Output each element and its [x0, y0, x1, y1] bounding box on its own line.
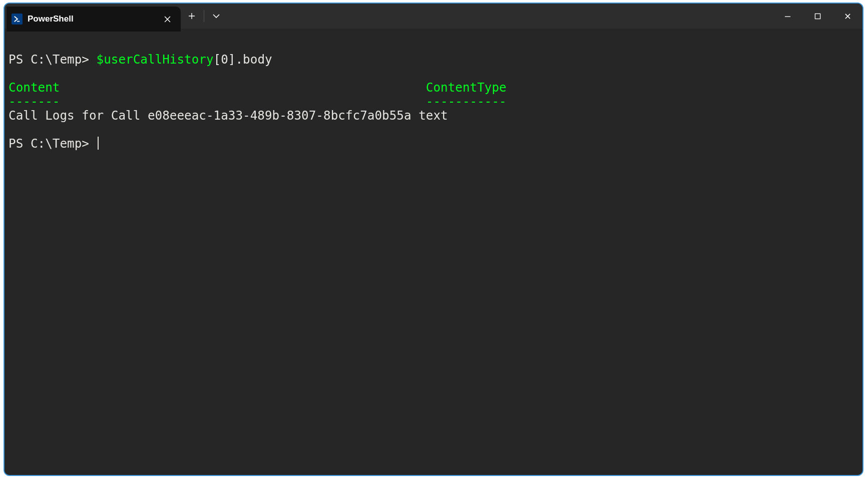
new-tab-button[interactable]: [181, 4, 203, 29]
tab-close-button[interactable]: [160, 12, 175, 27]
maximize-icon: [814, 13, 821, 20]
col-underline-contenttype: -----------: [426, 94, 507, 109]
cell-content: Call Logs for Call e08eeeac-1a33-489b-83…: [9, 108, 411, 123]
table-underline-row: ------- -----------: [9, 94, 507, 109]
tab-menu-button[interactable]: [205, 4, 227, 29]
close-icon: [844, 13, 851, 20]
prompt-prefix: PS C:\Temp>: [9, 52, 97, 67]
svg-rect-2: [815, 14, 820, 19]
cell-contenttype: text: [418, 108, 448, 123]
ps-index-accessor: [0].body: [214, 52, 272, 67]
minimize-button[interactable]: [772, 4, 802, 29]
tab-title: PowerShell: [28, 14, 160, 24]
table-row: Call Logs for Call e08eeeac-1a33-489b-83…: [9, 108, 448, 123]
tab-powershell[interactable]: PowerShell: [7, 7, 181, 32]
powershell-icon: [12, 14, 23, 25]
minimize-icon: [784, 13, 791, 20]
chevron-down-icon: [213, 14, 220, 19]
table-header-row: Content ContentType: [9, 80, 507, 95]
line-command: PS C:\Temp> $userCallHistory[0].body: [9, 52, 272, 67]
maximize-button[interactable]: [802, 4, 832, 29]
window-controls: [772, 4, 862, 29]
text-cursor: [98, 137, 99, 150]
svg-rect-0: [17, 21, 20, 22]
col-header-contenttype: ContentType: [426, 80, 507, 95]
col-underline-content: -------: [9, 94, 60, 109]
titlebar[interactable]: PowerShell: [5, 4, 862, 29]
plus-icon: [188, 13, 195, 20]
prompt-prefix: PS C:\Temp>: [9, 136, 97, 151]
close-icon: [164, 16, 171, 23]
svg-rect-1: [784, 16, 790, 17]
close-window-button[interactable]: [832, 4, 862, 29]
ps-variable: $userCallHistory: [97, 52, 214, 67]
terminal-window: PowerShell PS C:\Temp> $userCallHistory[…: [4, 3, 863, 476]
line-prompt: PS C:\Temp>: [9, 136, 99, 151]
col-header-content: Content: [9, 80, 60, 95]
terminal-body[interactable]: PS C:\Temp> $userCallHistory[0].body Con…: [5, 29, 862, 475]
titlebar-divider: [204, 10, 204, 22]
